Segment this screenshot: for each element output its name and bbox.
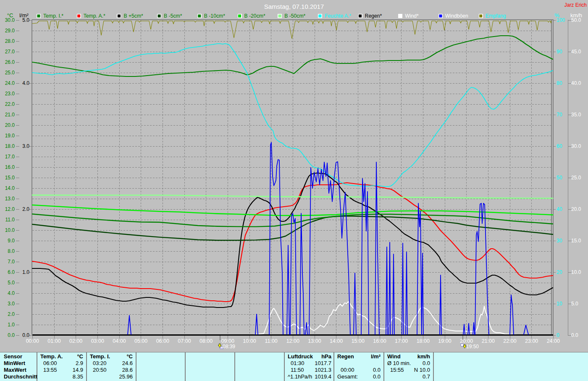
svg-text:Jarz Erich: Jarz Erich [564,2,587,8]
svg-text:B -5cm*: B -5cm* [164,13,182,19]
svg-text:01:30: 01:30 [291,360,304,366]
svg-text:50.0: 50.0 [571,17,581,23]
svg-text:1.0: 1.0 [22,269,29,275]
svg-text:Sensor: Sensor [4,353,22,360]
svg-text:20:50: 20:50 [93,367,107,373]
svg-text:28.0: 28.0 [5,38,15,44]
svg-text:30.0: 30.0 [5,17,15,23]
svg-text:01:00: 01:00 [47,338,60,344]
svg-text:Luftdruck: Luftdruck [288,353,313,360]
svg-text:00:00: 00:00 [341,367,354,373]
svg-text:20: 20 [556,269,562,275]
svg-text:Windböen: Windböen [445,13,468,19]
svg-text:1021.3: 1021.3 [315,367,331,373]
svg-text:08:39: 08:39 [223,344,235,349]
svg-text:8.35: 8.35 [73,373,83,380]
svg-text:90: 90 [556,49,562,55]
svg-text:Temp. I.: Temp. I. [90,353,110,360]
svg-text:4.0: 4.0 [8,290,15,296]
svg-text:1019.4: 1019.4 [315,373,331,380]
svg-text:15.0: 15.0 [5,175,15,181]
svg-text:B -50cm*: B -50cm* [284,13,305,19]
svg-text:Durchschnitt: Durchschnitt [4,373,38,380]
svg-text:15:00: 15:00 [352,338,365,344]
svg-text:20:00: 20:00 [460,338,473,344]
svg-text:23:00: 23:00 [525,338,538,344]
svg-text:22:00: 22:00 [503,338,516,344]
svg-text:Temp. I.*: Temp. I.* [43,13,63,19]
svg-text:0.0: 0.0 [22,332,29,338]
svg-text:km/h: km/h [417,353,430,360]
svg-text:Wind: Wind [387,353,401,360]
svg-text:35.0: 35.0 [571,112,581,118]
svg-text:07:00: 07:00 [178,338,191,344]
svg-text:00:00: 00:00 [26,338,39,344]
svg-text:1.0: 1.0 [8,322,15,328]
svg-text:3.0: 3.0 [22,143,29,149]
svg-text:25.0: 25.0 [571,175,581,181]
svg-text:8.0: 8.0 [8,248,15,254]
svg-text:0.0: 0.0 [373,373,381,380]
svg-text:25.0: 25.0 [5,70,15,76]
svg-text:08:00: 08:00 [200,338,213,344]
svg-text:12.0: 12.0 [5,206,15,212]
svg-text:^1.1hPa/h: ^1.1hPa/h [288,373,312,380]
svg-text:Ø 10 min.: Ø 10 min. [387,360,411,366]
svg-text:14.0: 14.0 [5,185,15,191]
svg-text:3.0: 3.0 [8,301,15,307]
svg-text:13:55: 13:55 [43,367,57,373]
svg-text:12:00: 12:00 [286,338,299,344]
svg-text:04:00: 04:00 [113,338,126,344]
svg-text:10.0: 10.0 [571,269,581,275]
svg-text:21:00: 21:00 [482,338,495,344]
svg-text:Regen*: Regen* [365,13,382,19]
svg-text:Feuchte A.*: Feuchte A.* [325,13,351,19]
svg-text:10: 10 [556,301,562,307]
svg-text:17.0: 17.0 [5,154,15,160]
svg-text:5.0: 5.0 [571,301,578,307]
svg-text:19:00: 19:00 [438,338,451,344]
svg-text:Empfang: Empfang [486,13,506,19]
svg-text:19:50: 19:50 [466,344,479,349]
svg-text:24.0: 24.0 [5,80,15,86]
svg-text:15.0: 15.0 [571,238,581,244]
svg-text:MaxWert: MaxWert [4,367,27,373]
svg-text:0.7: 0.7 [423,373,430,380]
svg-text:80: 80 [556,80,562,86]
svg-text:02:00: 02:00 [69,338,82,344]
svg-text:16:00: 16:00 [373,338,386,344]
svg-text:9.0: 9.0 [8,238,15,244]
svg-text:11:50: 11:50 [291,367,304,373]
svg-text:40.0: 40.0 [571,80,581,86]
svg-text:19.0: 19.0 [5,133,15,139]
svg-text:20.0: 20.0 [571,206,581,212]
svg-text:Wind*: Wind* [405,13,419,19]
svg-text:70: 70 [556,112,562,118]
svg-text:10:00: 10:00 [243,338,256,344]
svg-text:09:00: 09:00 [221,338,234,344]
svg-text:2.0: 2.0 [8,311,15,317]
svg-text:0.0: 0.0 [8,332,15,338]
svg-text:50: 50 [556,175,562,181]
svg-text:18:00: 18:00 [417,338,430,344]
svg-text:0: 0 [556,332,559,338]
svg-text:28.6: 28.6 [122,367,133,373]
svg-text:5.0: 5.0 [8,280,15,286]
svg-text:B -20cm*: B -20cm* [244,13,265,19]
svg-text:0.0: 0.0 [423,360,430,366]
svg-text:30: 30 [556,238,562,244]
svg-text:21.0: 21.0 [5,112,15,118]
svg-text:45.0: 45.0 [571,49,581,55]
svg-text:03:20: 03:20 [93,360,107,366]
svg-text:2.0: 2.0 [22,206,29,212]
svg-text:20.0: 20.0 [5,122,15,128]
svg-text:18.0: 18.0 [5,143,15,149]
svg-text:25.96: 25.96 [119,373,133,380]
svg-text:15:55: 15:55 [390,367,404,373]
svg-text:14.9: 14.9 [73,367,83,373]
svg-text:22.0: 22.0 [5,101,15,107]
svg-text:°C: °C [77,353,83,360]
svg-text:03:00: 03:00 [91,338,104,344]
svg-text:24.6: 24.6 [122,360,133,366]
svg-text:06:00: 06:00 [43,360,57,366]
